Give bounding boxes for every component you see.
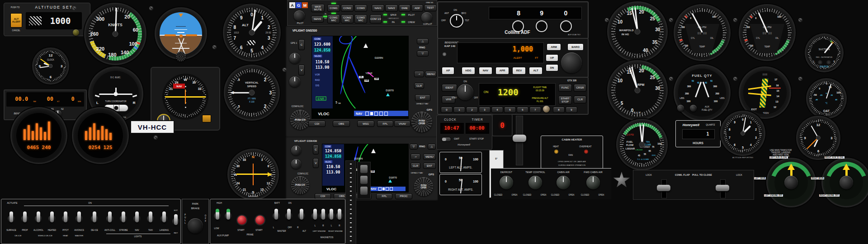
gns530-cv-knob[interactable]: PUSH C/V xyxy=(290,110,310,130)
gns430-v-rocker[interactable]: V xyxy=(313,158,319,168)
com2-button[interactable]: COM2 xyxy=(341,5,354,12)
gns530-fpl-key[interactable]: FPL xyxy=(377,121,393,127)
right-start-button[interactable] xyxy=(255,215,265,225)
gns430-crsr-knob[interactable]: PUSH CRSR xyxy=(414,177,433,196)
left-aux-pump-switch[interactable] xyxy=(213,208,222,224)
master-switch[interactable] xyxy=(272,208,281,224)
gtx-small-knob[interactable] xyxy=(543,106,550,113)
switch-deice[interactable] xyxy=(90,211,99,226)
dme-button[interactable]: DME xyxy=(399,5,410,12)
collins-mode-knob[interactable] xyxy=(450,14,463,28)
switch-heated-wshld[interactable] xyxy=(47,211,57,226)
left-mag-l-switch[interactable] xyxy=(311,208,320,224)
ct-gmt-toggle[interactable] xyxy=(441,137,451,142)
com3-button[interactable]: COM3 xyxy=(354,5,367,12)
rocker-switch[interactable] xyxy=(360,187,368,195)
com1-button[interactable]: COM1 xyxy=(327,5,340,12)
right-aux-pump-switch[interactable] xyxy=(224,208,233,224)
gtx-clr-button[interactable]: CLR xyxy=(574,96,586,103)
defrost-knob[interactable] xyxy=(500,176,513,189)
left-mag-r-switch[interactable] xyxy=(319,208,328,224)
gtx-startstop-button[interactable]: START STOP xyxy=(558,96,572,104)
gns430-cv-knob[interactable]: PUSH C/V xyxy=(291,176,309,194)
kap-alt-knob[interactable] xyxy=(561,52,582,73)
test-button[interactable]: TEST xyxy=(424,5,437,11)
gtx-key-2[interactable]: 2 xyxy=(466,107,478,113)
suction-right-button[interactable] xyxy=(826,60,831,65)
gns430-proc-key[interactable]: PROC xyxy=(395,193,412,199)
gns530-vnav-key[interactable]: VNAV xyxy=(394,121,410,127)
flap-lever-handle[interactable] xyxy=(513,135,526,142)
gtx-key-4[interactable]: 4 xyxy=(491,107,503,113)
fsel-left-knob[interactable] xyxy=(784,176,798,189)
aux-fuel-right-button[interactable] xyxy=(690,105,697,112)
pilot-volume-knob[interactable] xyxy=(294,10,305,21)
cowl-lever-right[interactable] xyxy=(716,185,729,191)
gns530-menu-key[interactable]: MENU xyxy=(425,71,437,77)
pilot-select-label[interactable]: PILOT xyxy=(408,14,415,16)
gns430-id-knob[interactable] xyxy=(291,159,301,169)
attitude-cage-knob[interactable] xyxy=(176,52,186,61)
gns530-rng-up[interactable]: △ xyxy=(417,38,429,44)
gns430-vol-knob[interactable] xyxy=(291,145,301,155)
gtx-key-8[interactable]: 8 xyxy=(553,107,565,113)
trim-indicator-strip[interactable] xyxy=(345,160,356,244)
gns530-com-vol-knob[interactable] xyxy=(289,53,300,64)
switch-landing-light[interactable] xyxy=(160,211,169,226)
gns430-c-rocker[interactable]: C xyxy=(313,145,319,155)
gtx-key-7[interactable]: 7 xyxy=(529,107,541,113)
kap-apr-button[interactable]: APR xyxy=(495,67,509,75)
temp-control-knob[interactable] xyxy=(528,176,542,189)
fwd-cabin-air-knob[interactable] xyxy=(586,176,600,189)
gtx-key-6[interactable]: 6 xyxy=(517,107,528,113)
gns530-obs-key[interactable]: OBS xyxy=(333,121,350,127)
star-knob[interactable] xyxy=(613,172,630,189)
right-mag-l-switch[interactable] xyxy=(327,208,336,224)
gns430-ent-key[interactable]: ENT xyxy=(423,163,436,169)
gns430-fpl-key[interactable]: FPL xyxy=(376,193,392,199)
left-start-button[interactable] xyxy=(236,215,247,225)
gns430-clr-key[interactable]: CLR xyxy=(410,163,420,169)
gtx-key-3[interactable]: 3 xyxy=(479,107,491,113)
right-mag-r-switch[interactable] xyxy=(335,208,344,224)
alerter-knob[interactable] xyxy=(73,29,79,36)
spkr-label[interactable]: SPKR xyxy=(390,14,396,16)
gtx-key-9[interactable]: 9 xyxy=(566,107,577,113)
pa-label[interactable]: PA xyxy=(392,21,395,23)
gns530-rng-down[interactable]: ▽ xyxy=(417,51,429,56)
adf-button[interactable]: ADF xyxy=(411,5,423,12)
kap-arm-button[interactable]: ARM xyxy=(547,43,561,51)
kap-rev-button[interactable]: REV xyxy=(512,67,526,75)
cabin-air-knob[interactable] xyxy=(557,176,570,189)
switch-alcohol-wshld[interactable] xyxy=(34,211,43,226)
kap-dn-button[interactable]: DN xyxy=(546,64,558,71)
aux-fuel-left-button[interactable] xyxy=(677,105,684,112)
com1-mic-button[interactable]: COM1 MIC xyxy=(327,14,340,23)
switch-landing-light-extend[interactable] xyxy=(171,214,180,229)
gtx-mode-knob[interactable] xyxy=(457,84,473,100)
mkr-mute-button[interactable]: MKR MUTE xyxy=(311,4,325,12)
gns430-rng-up[interactable]: △ xyxy=(428,144,436,150)
switch-anticoll-light[interactable] xyxy=(105,211,114,226)
kap-up-button[interactable]: UP xyxy=(546,54,558,61)
collins-knob-3[interactable] xyxy=(560,20,572,32)
gtx-key-5[interactable]: 5 xyxy=(504,107,516,113)
fuel-selector-right[interactable] xyxy=(823,159,868,206)
kap-ap-button[interactable]: AP xyxy=(442,67,454,75)
gns530-v-rocker[interactable]: V xyxy=(298,65,305,75)
alt-alert-button[interactable]: ALT ALERT xyxy=(10,13,22,28)
gns530-cdi-key[interactable]: CDI xyxy=(308,121,326,127)
kap-hdg-button[interactable]: HDG xyxy=(462,67,475,75)
kap-alt-button[interactable]: ALT xyxy=(529,67,542,75)
collins-knob-2[interactable] xyxy=(536,20,547,32)
gtx-func-button[interactable]: FUNC xyxy=(558,84,572,92)
gns430-rng-down[interactable]: ▽ xyxy=(410,144,418,150)
gns530-clr-key[interactable]: CLR xyxy=(414,83,424,89)
sens-button[interactable]: SENS xyxy=(311,16,324,23)
rocker-switch[interactable] xyxy=(360,176,368,184)
kap-baro-button[interactable]: BARO xyxy=(567,43,584,51)
cowl-lever-left[interactable] xyxy=(657,185,670,191)
gs-warn-button[interactable] xyxy=(202,115,211,122)
kap-nav-button[interactable]: NAV xyxy=(479,67,492,75)
park-brake-knob[interactable] xyxy=(188,218,203,234)
